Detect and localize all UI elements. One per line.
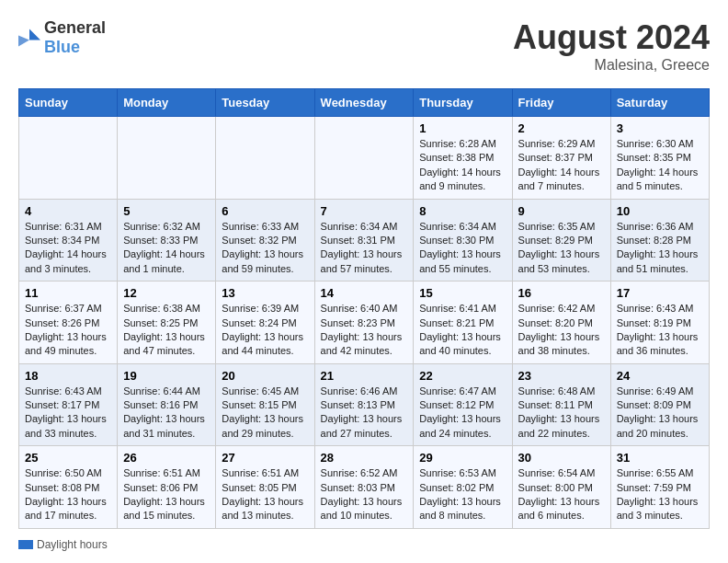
day-info: Sunrise: 6:31 AM Sunset: 8:34 PM Dayligh…	[25, 220, 111, 277]
calendar-cell: 23Sunrise: 6:48 AM Sunset: 8:11 PM Dayli…	[512, 363, 610, 446]
logo: General Blue	[18, 18, 106, 57]
day-number: 16	[518, 286, 605, 300]
calendar-cell: 24Sunrise: 6:49 AM Sunset: 8:09 PM Dayli…	[610, 363, 709, 446]
calendar-cell: 21Sunrise: 6:46 AM Sunset: 8:13 PM Dayli…	[314, 363, 414, 446]
calendar-cell: 20Sunrise: 6:45 AM Sunset: 8:15 PM Dayli…	[216, 363, 314, 446]
calendar-cell	[19, 117, 118, 200]
day-number: 25	[25, 451, 111, 465]
logo-text-general: General	[44, 18, 106, 37]
day-info: Sunrise: 6:42 AM Sunset: 8:20 PM Dayligh…	[518, 302, 605, 359]
calendar-body: 1Sunrise: 6:28 AM Sunset: 8:38 PM Daylig…	[19, 117, 710, 529]
day-number: 10	[617, 204, 703, 218]
day-number: 19	[123, 369, 210, 383]
day-info: Sunrise: 6:55 AM Sunset: 7:59 PM Dayligh…	[617, 466, 703, 523]
day-number: 30	[518, 451, 605, 465]
calendar-cell: 22Sunrise: 6:47 AM Sunset: 8:12 PM Dayli…	[414, 363, 512, 446]
calendar-cell: 5Sunrise: 6:32 AM Sunset: 8:33 PM Daylig…	[118, 199, 216, 282]
calendar-cell: 2Sunrise: 6:29 AM Sunset: 8:37 PM Daylig…	[512, 117, 610, 200]
day-number: 21	[321, 369, 408, 383]
day-info: Sunrise: 6:50 AM Sunset: 8:08 PM Dayligh…	[25, 466, 111, 523]
day-info: Sunrise: 6:44 AM Sunset: 8:16 PM Dayligh…	[123, 385, 210, 442]
calendar-cell	[216, 117, 314, 200]
calendar-cell: 25Sunrise: 6:50 AM Sunset: 8:08 PM Dayli…	[19, 446, 118, 529]
day-info: Sunrise: 6:54 AM Sunset: 8:00 PM Dayligh…	[518, 466, 605, 523]
calendar-cell: 16Sunrise: 6:42 AM Sunset: 8:20 PM Dayli…	[512, 282, 610, 364]
day-info: Sunrise: 6:51 AM Sunset: 8:06 PM Dayligh…	[123, 466, 210, 523]
day-number: 23	[518, 369, 605, 383]
calendar-cell: 4Sunrise: 6:31 AM Sunset: 8:34 PM Daylig…	[19, 199, 118, 282]
svg-marker-1	[18, 36, 29, 47]
day-number: 22	[419, 369, 506, 383]
day-number: 2	[518, 121, 605, 135]
day-number: 18	[25, 369, 111, 383]
day-number: 4	[25, 204, 111, 218]
day-info: Sunrise: 6:32 AM Sunset: 8:33 PM Dayligh…	[123, 220, 210, 277]
weekday-header-wednesday: Wednesday	[314, 89, 414, 117]
day-number: 27	[222, 451, 308, 465]
day-number: 28	[321, 451, 408, 465]
day-info: Sunrise: 6:28 AM Sunset: 8:38 PM Dayligh…	[419, 137, 506, 194]
day-number: 3	[617, 121, 703, 135]
day-info: Sunrise: 6:48 AM Sunset: 8:11 PM Dayligh…	[518, 385, 605, 442]
day-info: Sunrise: 6:40 AM Sunset: 8:23 PM Dayligh…	[321, 302, 408, 359]
day-info: Sunrise: 6:34 AM Sunset: 8:30 PM Dayligh…	[419, 220, 506, 277]
weekday-header-tuesday: Tuesday	[216, 89, 314, 117]
day-info: Sunrise: 6:34 AM Sunset: 8:31 PM Dayligh…	[321, 220, 408, 277]
weekday-header-row: SundayMondayTuesdayWednesdayThursdayFrid…	[19, 89, 710, 117]
day-info: Sunrise: 6:38 AM Sunset: 8:25 PM Dayligh…	[123, 302, 210, 359]
day-info: Sunrise: 6:35 AM Sunset: 8:29 PM Dayligh…	[518, 220, 605, 277]
day-info: Sunrise: 6:39 AM Sunset: 8:24 PM Dayligh…	[222, 302, 308, 359]
day-number: 26	[123, 451, 210, 465]
day-info: Sunrise: 6:53 AM Sunset: 8:02 PM Dayligh…	[419, 466, 506, 523]
calendar-week-row: 1Sunrise: 6:28 AM Sunset: 8:38 PM Daylig…	[19, 117, 710, 200]
calendar-table: SundayMondayTuesdayWednesdayThursdayFrid…	[18, 88, 710, 529]
day-info: Sunrise: 6:51 AM Sunset: 8:05 PM Dayligh…	[222, 466, 308, 523]
day-number: 31	[617, 451, 703, 465]
day-info: Sunrise: 6:36 AM Sunset: 8:28 PM Dayligh…	[617, 220, 703, 277]
calendar-cell: 28Sunrise: 6:52 AM Sunset: 8:03 PM Dayli…	[314, 446, 414, 529]
calendar-week-row: 11Sunrise: 6:37 AM Sunset: 8:26 PM Dayli…	[19, 282, 710, 364]
day-number: 5	[123, 204, 210, 218]
day-info: Sunrise: 6:47 AM Sunset: 8:12 PM Dayligh…	[419, 385, 506, 442]
day-number: 6	[222, 204, 308, 218]
calendar-cell: 1Sunrise: 6:28 AM Sunset: 8:38 PM Daylig…	[414, 117, 512, 200]
calendar-cell: 30Sunrise: 6:54 AM Sunset: 8:00 PM Dayli…	[512, 446, 610, 529]
day-info: Sunrise: 6:33 AM Sunset: 8:32 PM Dayligh…	[222, 220, 308, 277]
footer-legend: Daylight hours	[18, 538, 108, 551]
calendar-week-row: 18Sunrise: 6:43 AM Sunset: 8:17 PM Dayli…	[19, 363, 710, 446]
calendar-cell	[118, 117, 216, 200]
day-info: Sunrise: 6:29 AM Sunset: 8:37 PM Dayligh…	[518, 137, 605, 194]
day-info: Sunrise: 6:41 AM Sunset: 8:21 PM Dayligh…	[419, 302, 506, 359]
day-number: 7	[321, 204, 408, 218]
day-number: 14	[321, 286, 408, 300]
calendar-week-row: 4Sunrise: 6:31 AM Sunset: 8:34 PM Daylig…	[19, 199, 710, 282]
calendar-cell: 19Sunrise: 6:44 AM Sunset: 8:16 PM Dayli…	[118, 363, 216, 446]
day-info: Sunrise: 6:46 AM Sunset: 8:13 PM Dayligh…	[321, 385, 408, 442]
calendar-cell: 17Sunrise: 6:43 AM Sunset: 8:19 PM Dayli…	[610, 282, 709, 364]
calendar-cell: 8Sunrise: 6:34 AM Sunset: 8:30 PM Daylig…	[414, 199, 512, 282]
day-info: Sunrise: 6:52 AM Sunset: 8:03 PM Dayligh…	[321, 466, 408, 523]
day-number: 11	[25, 286, 111, 300]
location-subtitle: Malesina, Greece	[513, 57, 710, 74]
day-number: 8	[419, 204, 506, 218]
calendar-cell: 6Sunrise: 6:33 AM Sunset: 8:32 PM Daylig…	[216, 199, 314, 282]
weekday-header-friday: Friday	[512, 89, 610, 117]
calendar-cell: 18Sunrise: 6:43 AM Sunset: 8:17 PM Dayli…	[19, 363, 118, 446]
day-info: Sunrise: 6:43 AM Sunset: 8:17 PM Dayligh…	[25, 385, 111, 442]
day-number: 15	[419, 286, 506, 300]
month-year-title: August 2024	[513, 18, 710, 57]
logo-text-blue: Blue	[44, 38, 80, 56]
day-number: 24	[617, 369, 703, 383]
day-number: 9	[518, 204, 605, 218]
title-block: August 2024 Malesina, Greece	[513, 18, 710, 74]
weekday-header-sunday: Sunday	[19, 89, 118, 117]
day-number: 13	[222, 286, 308, 300]
calendar-cell: 27Sunrise: 6:51 AM Sunset: 8:05 PM Dayli…	[216, 446, 314, 529]
weekday-header-saturday: Saturday	[610, 89, 709, 117]
legend-color-box	[18, 540, 33, 549]
day-info: Sunrise: 6:45 AM Sunset: 8:15 PM Dayligh…	[222, 385, 308, 442]
logo-icon	[18, 29, 40, 47]
day-info: Sunrise: 6:49 AM Sunset: 8:09 PM Dayligh…	[617, 385, 703, 442]
page-header: General Blue August 2024 Malesina, Greec…	[18, 18, 710, 74]
calendar-cell: 9Sunrise: 6:35 AM Sunset: 8:29 PM Daylig…	[512, 199, 610, 282]
